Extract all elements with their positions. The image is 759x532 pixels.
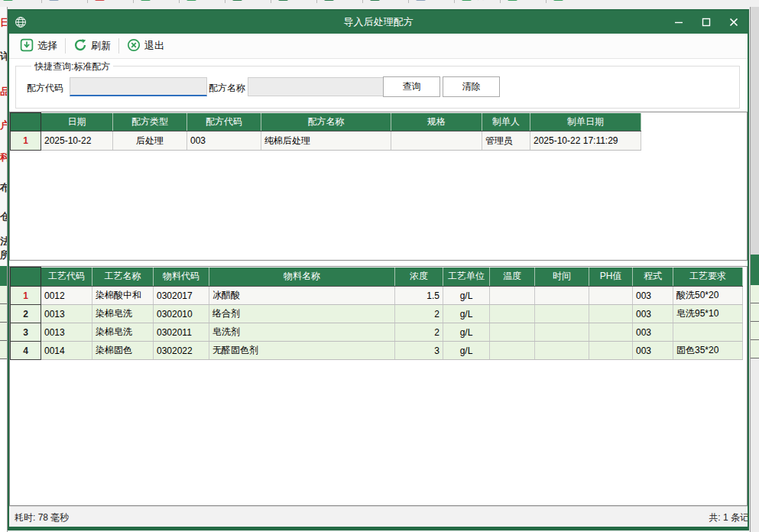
- cell[interactable]: [490, 342, 535, 360]
- toolbar-separator: [546, 0, 547, 3]
- cell[interactable]: 染棉酸中和: [92, 287, 154, 305]
- exit-button[interactable]: 退出: [121, 36, 170, 56]
- cell[interactable]: [490, 323, 535, 342]
- cell[interactable]: 003: [633, 323, 673, 342]
- cell[interactable]: 染棉皂洗: [92, 305, 154, 323]
- cell[interactable]: 0302017: [154, 287, 209, 305]
- cell[interactable]: 0013: [41, 305, 92, 323]
- cell[interactable]: [391, 131, 482, 151]
- row-number-cell[interactable]: 2: [11, 305, 41, 323]
- column-header[interactable]: 规格: [391, 113, 482, 131]
- background-menu-char: 科: [0, 152, 8, 163]
- column-header[interactable]: 时间: [535, 268, 589, 287]
- cell[interactable]: 003: [633, 342, 673, 360]
- cell[interactable]: [490, 305, 535, 323]
- close-button[interactable]: [720, 11, 748, 34]
- column-header[interactable]: 配方类型: [113, 113, 187, 131]
- dialog-titlebar[interactable]: 导入后处理配方: [9, 11, 748, 34]
- cell[interactable]: 0302022: [154, 342, 209, 360]
- cell[interactable]: 0012: [41, 287, 92, 305]
- cell[interactable]: 0302010: [154, 305, 209, 323]
- column-header[interactable]: 浓度: [395, 268, 443, 287]
- cell[interactable]: g/L: [443, 305, 490, 323]
- column-header[interactable]: 配方代码: [187, 113, 261, 131]
- cell[interactable]: 管理员: [482, 131, 530, 151]
- cell[interactable]: 0302011: [154, 323, 209, 342]
- column-header[interactable]: 程式: [633, 268, 673, 287]
- cell[interactable]: 络合剂: [209, 305, 395, 323]
- dialog-title: 导入后处理配方: [9, 15, 748, 29]
- table-row[interactable]: 10012染棉酸中和0302017冰醋酸1.5g/L003酸洗50*20: [11, 287, 743, 305]
- column-header[interactable]: 工艺代码: [41, 268, 92, 287]
- refresh-button[interactable]: 刷新: [67, 36, 117, 56]
- column-header[interactable]: 物料名称: [209, 268, 395, 287]
- cell[interactable]: 后处理: [113, 131, 187, 151]
- cell[interactable]: [589, 323, 633, 342]
- cell[interactable]: 固色35*20: [673, 342, 743, 360]
- cell[interactable]: 无醛固色剂: [209, 342, 395, 360]
- cell[interactable]: g/L: [443, 323, 490, 342]
- background-toolbar-button: 删除: [95, 0, 126, 2]
- column-header[interactable]: 工艺要求: [673, 268, 743, 287]
- cell[interactable]: 2025-10-22: [41, 131, 113, 151]
- column-header[interactable]: 配方名称: [261, 113, 391, 131]
- column-header[interactable]: 物料代码: [154, 268, 209, 287]
- select-button[interactable]: 选择: [14, 36, 63, 56]
- row-number-cell[interactable]: 1: [11, 131, 41, 151]
- column-header[interactable]: 温度: [490, 268, 535, 287]
- cell[interactable]: 2: [395, 323, 443, 342]
- clear-button[interactable]: 清除: [443, 76, 500, 97]
- cell[interactable]: 3: [395, 342, 443, 360]
- cell[interactable]: [673, 323, 743, 342]
- recipe-code-input[interactable]: [70, 77, 207, 96]
- column-header[interactable]: 日期: [41, 113, 113, 131]
- cell[interactable]: [535, 342, 589, 360]
- cell[interactable]: 酸洗50*20: [673, 287, 743, 305]
- cell[interactable]: 0014: [41, 342, 92, 360]
- table-row[interactable]: 12025-10-22后处理003纯棉后处理管理员2025-10-22 17:1…: [11, 131, 641, 151]
- row-number-header[interactable]: [11, 113, 41, 131]
- cell[interactable]: 皂洗剂: [209, 323, 395, 342]
- cell[interactable]: 冰醋酸: [209, 287, 395, 305]
- cell[interactable]: 染棉固色: [92, 342, 154, 360]
- row-number-cell[interactable]: 1: [11, 287, 41, 305]
- cell[interactable]: [589, 287, 633, 305]
- toolbar-separator: [271, 0, 271, 3]
- cell[interactable]: [535, 287, 589, 305]
- cell[interactable]: 染棉皂洗: [92, 323, 154, 342]
- cell[interactable]: g/L: [443, 287, 490, 305]
- query-button[interactable]: 查询: [383, 76, 440, 97]
- cell[interactable]: 2: [395, 305, 443, 323]
- column-header[interactable]: 工艺名称: [92, 268, 154, 287]
- background-table-row-sliver: [751, 303, 759, 322]
- row-number-cell[interactable]: 3: [11, 323, 41, 342]
- cell[interactable]: 0013: [41, 323, 92, 342]
- cell[interactable]: 003: [633, 287, 673, 305]
- background-menu-char: 布: [0, 183, 8, 193]
- table-row[interactable]: 20013染棉皂洗0302010络合剂2g/L003皂洗95*10: [11, 305, 743, 323]
- cell[interactable]: 003: [633, 305, 673, 323]
- column-header[interactable]: 工艺单位: [443, 268, 490, 287]
- cell[interactable]: 003: [187, 131, 261, 151]
- table-row[interactable]: 40014染棉固色0302022无醛固色剂3g/L003固色35*20: [11, 342, 743, 360]
- column-header[interactable]: 制单人: [482, 113, 530, 131]
- cell[interactable]: 2025-10-22 17:11:29: [530, 131, 641, 151]
- row-number-cell[interactable]: 4: [11, 342, 41, 360]
- cell[interactable]: [535, 305, 589, 323]
- cell[interactable]: [589, 305, 633, 323]
- row-number-header[interactable]: [11, 268, 41, 287]
- cell[interactable]: [589, 342, 633, 360]
- cell[interactable]: [490, 287, 535, 305]
- recipe-name-input[interactable]: [248, 77, 384, 96]
- minimize-button[interactable]: [665, 11, 693, 34]
- column-header[interactable]: 制单日期: [530, 113, 641, 131]
- cell[interactable]: 纯棉后处理: [261, 131, 391, 151]
- cell[interactable]: 1.5: [395, 287, 443, 305]
- maximize-button[interactable]: [693, 11, 720, 34]
- cell[interactable]: [535, 323, 589, 342]
- cell[interactable]: g/L: [443, 342, 490, 360]
- column-header[interactable]: PH值: [589, 268, 633, 287]
- table-row[interactable]: 30013染棉皂洗0302011皂洗剂2g/L003: [11, 323, 743, 342]
- cell[interactable]: 皂洗95*10: [673, 305, 743, 323]
- status-bar: 耗时: 78 毫秒 共: 1 条记录: [9, 506, 748, 527]
